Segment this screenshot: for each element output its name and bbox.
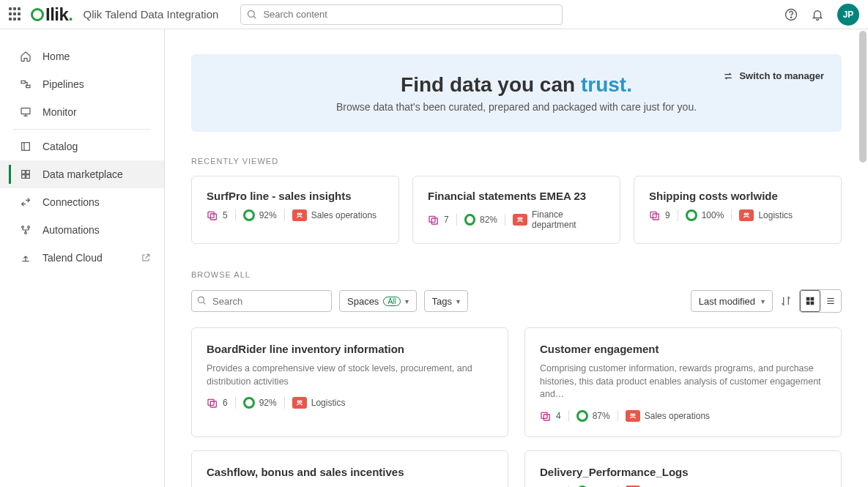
global-search-input[interactable] bbox=[240, 4, 563, 25]
svg-rect-7 bbox=[22, 143, 30, 151]
catalog-icon bbox=[19, 141, 32, 152]
svg-rect-32 bbox=[806, 302, 810, 305]
sort-label: Last modified bbox=[699, 296, 755, 307]
automations-icon bbox=[19, 224, 32, 236]
sidebar-item-data-marketplace[interactable]: Data marketplace bbox=[0, 160, 164, 188]
svg-rect-30 bbox=[806, 297, 810, 301]
svg-point-15 bbox=[25, 232, 27, 234]
filter-tags-dropdown[interactable]: Tags ▾ bbox=[424, 290, 468, 312]
search-icon bbox=[246, 9, 257, 20]
dataset-count: 9 bbox=[665, 210, 670, 220]
browse-card[interactable]: Delivery_Performance_Logs 3 81% Logistic… bbox=[524, 450, 842, 488]
domain-badge-icon bbox=[513, 214, 527, 226]
cloud-icon bbox=[19, 252, 32, 264]
svg-point-26 bbox=[744, 213, 746, 215]
dataset-count-icon bbox=[649, 209, 661, 221]
grid-view-button[interactable] bbox=[800, 290, 820, 312]
svg-point-3 bbox=[790, 17, 791, 18]
card-title: Customer engagement bbox=[540, 343, 826, 355]
card-title: Financial statements EMEA 23 bbox=[428, 190, 605, 202]
svg-point-28 bbox=[198, 297, 204, 302]
svg-rect-9 bbox=[22, 171, 26, 174]
scrollbar-thumb[interactable] bbox=[859, 31, 867, 163]
sidebar-item-talend-cloud[interactable]: Talend Cloud bbox=[0, 244, 164, 272]
search-icon bbox=[196, 295, 207, 305]
filter-badge: All bbox=[383, 297, 400, 306]
sidebar-item-catalog[interactable]: Catalog bbox=[0, 133, 164, 160]
avatar[interactable]: JP bbox=[837, 4, 859, 26]
recent-card[interactable]: Shipping costs worlwide 9 100% Logistics bbox=[634, 176, 842, 244]
sidebar: Home Pipelines Monitor Catalog Data mark… bbox=[0, 29, 165, 487]
dataset-count-icon bbox=[207, 397, 218, 409]
svg-point-19 bbox=[300, 213, 302, 215]
svg-rect-6 bbox=[21, 108, 30, 114]
domain-label: Finance department bbox=[532, 209, 605, 230]
browse-card[interactable]: Customer engagement Comprising customer … bbox=[524, 327, 842, 437]
svg-line-1 bbox=[254, 16, 256, 18]
recent-card[interactable]: SurfPro line - sales insights 5 92% Sale… bbox=[191, 176, 399, 244]
svg-point-40 bbox=[300, 401, 302, 403]
domain-badge-icon bbox=[739, 209, 754, 221]
svg-rect-42 bbox=[544, 414, 549, 420]
dataset-count-icon bbox=[428, 214, 439, 226]
domain-label: Logistics bbox=[758, 210, 793, 220]
card-title: Shipping costs worlwide bbox=[649, 190, 826, 202]
quality-donut-icon bbox=[576, 410, 588, 422]
sidebar-item-automations[interactable]: Automations bbox=[0, 216, 164, 244]
card-title: SurfPro line - sales insights bbox=[207, 190, 384, 202]
card-description: Provides a comprehensive view of stock l… bbox=[207, 363, 493, 388]
recent-card[interactable]: Financial statements EMEA 23 7 82% Finan… bbox=[412, 176, 620, 244]
sidebar-item-home[interactable]: Home bbox=[0, 42, 164, 70]
main-content: Switch to manager Find data you can trus… bbox=[165, 29, 868, 487]
domain-badge-icon bbox=[292, 209, 307, 221]
browse-search-input[interactable] bbox=[191, 290, 332, 312]
sidebar-item-label: Pipelines bbox=[42, 78, 84, 90]
filter-spaces-dropdown[interactable]: Spaces All ▾ bbox=[339, 290, 417, 312]
filter-label: Tags bbox=[432, 296, 452, 307]
sidebar-item-connections[interactable]: Connections bbox=[0, 188, 164, 216]
svg-point-44 bbox=[633, 414, 635, 416]
dataset-count-icon bbox=[540, 410, 552, 422]
sort-dropdown[interactable]: Last modified ▾ bbox=[691, 290, 773, 312]
domain-badge-icon bbox=[292, 397, 307, 409]
svg-line-29 bbox=[204, 302, 206, 305]
browse-card[interactable]: Cashflow, bonus and sales incentives Cur… bbox=[191, 450, 508, 488]
svg-rect-11 bbox=[22, 175, 26, 179]
quality-donut-icon bbox=[686, 209, 697, 221]
domain-label: Logistics bbox=[311, 398, 346, 408]
sidebar-item-label: Automations bbox=[42, 224, 100, 236]
section-recently-viewed-label: RECENTLY VIEWED bbox=[191, 157, 842, 166]
svg-point-22 bbox=[518, 218, 520, 220]
quality-percent: 92% bbox=[259, 398, 277, 408]
dataset-count: 5 bbox=[223, 210, 228, 220]
svg-point-43 bbox=[631, 414, 633, 416]
sidebar-item-pipelines[interactable]: Pipelines bbox=[0, 70, 164, 98]
apps-launcher-icon[interactable] bbox=[9, 7, 23, 22]
quality-donut-icon bbox=[243, 397, 255, 409]
sidebar-item-label: Catalog bbox=[42, 141, 78, 152]
dataset-count: 4 bbox=[556, 411, 561, 421]
switch-label: Switch to manager bbox=[739, 70, 824, 81]
card-title: Cashflow, bonus and sales incentives bbox=[207, 466, 493, 478]
svg-rect-12 bbox=[26, 175, 30, 179]
sidebar-item-monitor[interactable]: Monitor bbox=[0, 98, 164, 126]
domain-label: Sales operations bbox=[645, 411, 710, 421]
home-icon bbox=[19, 51, 32, 62]
chevron-down-icon: ▾ bbox=[761, 297, 765, 305]
browse-card[interactable]: BoardRider line inventory information Pr… bbox=[191, 327, 508, 437]
quality-donut-icon bbox=[243, 209, 255, 221]
list-view-button[interactable] bbox=[820, 290, 841, 312]
svg-rect-4 bbox=[21, 81, 25, 83]
svg-rect-21 bbox=[431, 218, 437, 224]
svg-point-27 bbox=[747, 213, 749, 215]
svg-rect-25 bbox=[653, 214, 659, 220]
help-icon[interactable] bbox=[784, 8, 798, 21]
sort-direction-button[interactable] bbox=[780, 295, 792, 307]
switch-to-manager-button[interactable]: Switch to manager bbox=[723, 70, 824, 81]
bell-icon[interactable] bbox=[811, 8, 824, 21]
swap-icon bbox=[723, 71, 733, 81]
svg-point-14 bbox=[28, 226, 30, 228]
svg-point-0 bbox=[248, 10, 255, 17]
svg-point-18 bbox=[297, 213, 300, 215]
domain-badge-icon bbox=[626, 410, 640, 422]
